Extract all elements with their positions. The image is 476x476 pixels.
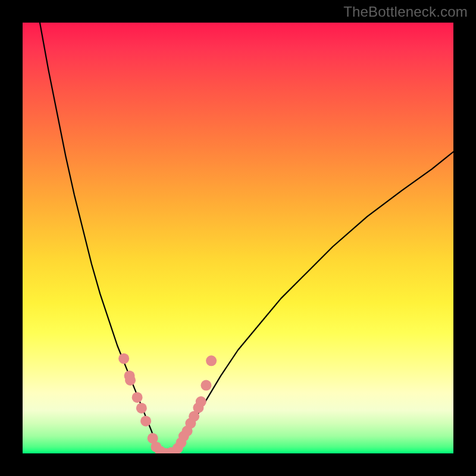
bottleneck-curve	[40, 23, 453, 453]
plot-area	[23, 23, 453, 453]
marker-dot	[206, 355, 217, 366]
marker-dot	[140, 416, 151, 427]
marker-group	[118, 353, 217, 453]
marker-dot	[196, 396, 206, 407]
marker-dot	[132, 392, 143, 403]
marker-dot	[201, 380, 211, 391]
marker-dot	[118, 353, 129, 364]
watermark-text: TheBottleneck.com	[343, 4, 468, 20]
marker-dot	[125, 375, 136, 386]
curve-path	[40, 23, 453, 453]
frame: TheBottleneck.com	[0, 0, 476, 476]
marker-dot	[136, 403, 147, 414]
chart-svg	[23, 23, 453, 453]
